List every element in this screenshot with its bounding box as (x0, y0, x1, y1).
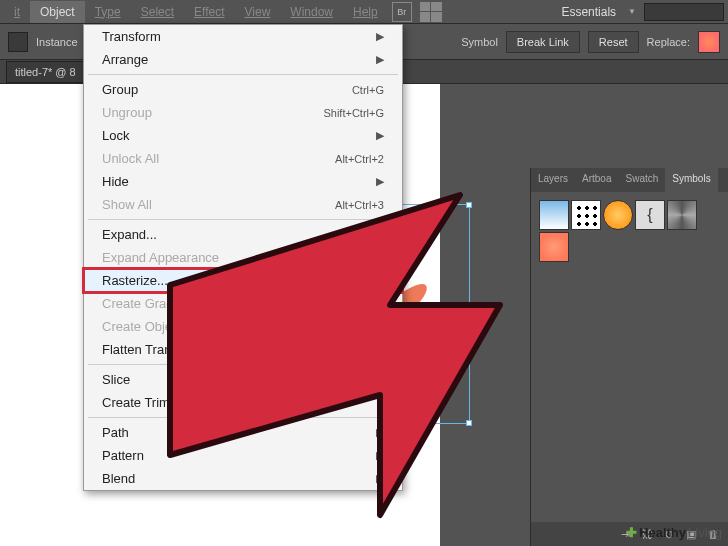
symbol-inkblot[interactable] (571, 200, 601, 230)
label: Slice (102, 372, 130, 387)
menu-effect[interactable]: Effect (184, 1, 234, 23)
workspace-label: Essentials (553, 5, 624, 19)
menu-select[interactable]: Select (131, 1, 184, 23)
label: Unlock All (102, 151, 159, 166)
symbol-gear[interactable] (667, 200, 697, 230)
symbol-ribbon[interactable]: { (635, 200, 665, 230)
symbol-orb[interactable] (603, 200, 633, 230)
reset-button[interactable]: Reset (588, 31, 639, 53)
menu-blend[interactable]: Blend▶ (84, 467, 402, 490)
panels-dock: Layers Artboa Swatch Symbols { ⇥ ⛓ ⚙ ▣ 🗑 (530, 168, 728, 546)
handle-mr[interactable] (466, 311, 472, 317)
submenu-arrow-icon: ▶ (376, 449, 384, 462)
replace-swatch[interactable] (698, 31, 720, 53)
menu-object[interactable]: Object (30, 1, 85, 23)
watermark: ✚ Healthy Living (626, 525, 722, 540)
menu-hide[interactable]: Hide▶ (84, 170, 402, 193)
bridge-icon[interactable]: Br (392, 2, 412, 22)
menu-separator (88, 364, 398, 365)
shortcut: Ctrl+G (352, 84, 384, 96)
menu-expand[interactable]: Expand... (84, 223, 402, 246)
submenu-arrow-icon: ▶ (376, 472, 384, 485)
arrange-docs-icon[interactable] (420, 2, 442, 22)
symbol-flower[interactable] (539, 232, 569, 262)
watermark-text2: Living (688, 525, 722, 540)
document-tab[interactable]: titled-7* @ 8 (6, 61, 85, 83)
search-input[interactable] (644, 3, 724, 21)
label: Transform (102, 29, 161, 44)
label: Group (102, 82, 138, 97)
handle-tr[interactable] (466, 202, 472, 208)
watermark-text1: Healthy (639, 525, 686, 540)
label: Show All (102, 197, 152, 212)
menu-arrange[interactable]: Arrange▶ (84, 48, 402, 71)
label: Path (102, 425, 129, 440)
label: Create Gradie (102, 296, 184, 311)
label: Expand... (102, 227, 157, 242)
menu-expand-appearance: Expand Appearance (84, 246, 402, 269)
label: Blend (102, 471, 135, 486)
label: Create Trim Marks (102, 395, 209, 410)
tab-symbols[interactable]: Symbols (665, 168, 717, 192)
break-link-button[interactable]: Break Link (506, 31, 580, 53)
submenu-arrow-icon: ▶ (376, 129, 384, 142)
label: Rasterize... (102, 273, 168, 288)
submenu-arrow-icon: ▶ (376, 53, 384, 66)
main-menubar: it Object Type Select Effect View Window… (0, 0, 728, 24)
menu-separator (88, 417, 398, 418)
label: Expand Appearance (102, 250, 219, 265)
menu-separator (88, 74, 398, 75)
label: Create Object M (102, 319, 197, 334)
selection-tool-icon[interactable] (8, 32, 28, 52)
symbol-gradient[interactable] (539, 200, 569, 230)
label: Arrange (102, 52, 148, 67)
tab-label: titled-7* @ 8 (15, 66, 76, 78)
chevron-down-icon: ▼ (628, 7, 636, 16)
menu-flatten-transparency[interactable]: Flatten Transparency (84, 338, 402, 361)
menu-slice[interactable]: Slice▶ (84, 368, 402, 391)
submenu-arrow-icon: ▶ (376, 30, 384, 43)
label: Hide (102, 174, 129, 189)
label: Flatten Transparency (102, 342, 224, 357)
tab-layers[interactable]: Layers (531, 168, 575, 192)
label: Pattern (102, 448, 144, 463)
menu-trim-marks[interactable]: Create Trim Marks (84, 391, 402, 414)
menu-view[interactable]: View (235, 1, 281, 23)
menu-unlock-all: Unlock AllAlt+Ctrl+2 (84, 147, 402, 170)
menu-help[interactable]: Help (343, 1, 388, 23)
object-menu-dropdown: Transform▶ Arrange▶ GroupCtrl+G UngroupS… (83, 24, 403, 491)
menu-show-all: Show AllAlt+Ctrl+3 (84, 193, 402, 216)
submenu-arrow-icon: ▶ (376, 175, 384, 188)
menu-lock[interactable]: Lock▶ (84, 124, 402, 147)
instance-label: Instance (36, 36, 78, 48)
replace-label: Replace: (647, 36, 690, 48)
menu-edit-partial[interactable]: it (4, 1, 30, 23)
shortcut: Alt+Ctrl+3 (335, 199, 384, 211)
shortcut: Shift+Ctrl+G (323, 107, 384, 119)
menu-type[interactable]: Type (85, 1, 131, 23)
menu-gradient-mesh: Create Gradie (84, 292, 402, 315)
menu-object-mosaic: Create Object M (84, 315, 402, 338)
shortcut: Alt+Ctrl+2 (335, 153, 384, 165)
label: Ungroup (102, 105, 152, 120)
menu-path[interactable]: Path▶ (84, 421, 402, 444)
submenu-arrow-icon: ▶ (376, 373, 384, 386)
menu-ungroup: UngroupShift+Ctrl+G (84, 101, 402, 124)
tab-artboards[interactable]: Artboa (575, 168, 618, 192)
panel-tabs: Layers Artboa Swatch Symbols (531, 168, 728, 192)
menu-rasterize[interactable]: Rasterize... (84, 269, 402, 292)
workspace-switcher[interactable]: Essentials ▼ (553, 5, 636, 19)
plus-icon: ✚ (626, 525, 637, 540)
menu-window[interactable]: Window (280, 1, 343, 23)
symbols-panel: { (531, 192, 728, 270)
handle-br[interactable] (466, 420, 472, 426)
label: Lock (102, 128, 129, 143)
menu-group[interactable]: GroupCtrl+G (84, 78, 402, 101)
menu-separator (88, 219, 398, 220)
submenu-arrow-icon: ▶ (376, 426, 384, 439)
symbol-label: Symbol (461, 36, 498, 48)
menu-pattern[interactable]: Pattern▶ (84, 444, 402, 467)
tab-swatches[interactable]: Swatch (618, 168, 665, 192)
menu-transform[interactable]: Transform▶ (84, 25, 402, 48)
